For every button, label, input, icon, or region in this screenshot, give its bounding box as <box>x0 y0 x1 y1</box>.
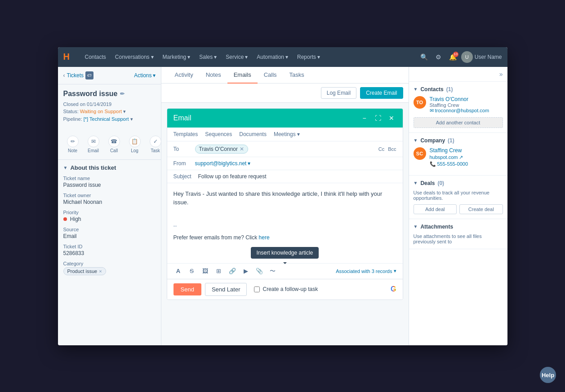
call-button[interactable]: ☎ Call <box>105 133 124 156</box>
email-body[interactable]: Hey Travis - Just wanted to share this k… <box>167 183 403 219</box>
search-icon[interactable]: 🔍 <box>418 51 431 63</box>
subject-value[interactable]: Follow up on feature request <box>198 173 267 180</box>
note-label: Note <box>68 148 77 153</box>
expand-button[interactable]: ⛶ <box>373 113 383 123</box>
contact-avatar: TO <box>414 96 426 109</box>
video-button[interactable]: ▶ <box>241 266 251 276</box>
right-panel-header: » <box>409 67 507 82</box>
close-compose-button[interactable]: ✕ <box>387 113 396 123</box>
ticket-closed-date: Closed on 01/14/2019 <box>63 101 156 107</box>
follow-up-task-checkbox[interactable]: Create a follow-up task <box>254 286 318 292</box>
nav-contacts[interactable]: Contacts <box>81 52 110 62</box>
ticket-icon: 🏷 <box>85 71 93 79</box>
send-button[interactable]: Send <box>174 283 201 295</box>
pipeline-link[interactable]: [*] Technical Support <box>84 116 129 122</box>
attachment-button[interactable]: 📎 <box>254 266 264 276</box>
source-label: Source <box>63 227 156 232</box>
nav-automation[interactable]: Automation ▾ <box>253 52 292 62</box>
attachments-section-header[interactable]: ▼ Attachments <box>414 224 503 230</box>
notifications-icon[interactable]: 🔔 10 <box>447 51 459 63</box>
email-button[interactable]: ✉ Email <box>84 133 103 156</box>
avatar[interactable]: U <box>461 51 473 63</box>
deals-section-label: Deals <box>420 180 435 186</box>
company-name[interactable]: Staffing Crew <box>430 147 468 154</box>
contact-name[interactable]: Travis O'Connor <box>430 96 503 102</box>
deals-empty-text: Use deals to track all your revenue oppo… <box>414 190 503 201</box>
back-arrow[interactable]: ‹ <box>63 72 65 79</box>
about-section-header[interactable]: ▼ About this ticket <box>63 164 156 171</box>
add-deal-button[interactable]: Add deal <box>414 204 457 214</box>
meetings-button[interactable]: Meetings ▾ <box>274 131 300 137</box>
minimize-button[interactable]: − <box>360 113 369 123</box>
company-info: Staffing Crew hubspot.com ↗ 📞 555-555-00… <box>430 147 468 167</box>
edit-title-icon[interactable]: ✏ <box>120 91 125 97</box>
note-button[interactable]: ✏ Note <box>63 133 82 156</box>
deals-section-header[interactable]: ▼ Deals (0) <box>414 180 503 186</box>
username[interactable]: User Name <box>475 54 502 60</box>
tab-activity[interactable]: Activity <box>169 67 200 84</box>
bcc-button[interactable]: Bcc <box>388 146 396 152</box>
associated-records[interactable]: Associated with 3 records ▾ <box>336 268 396 274</box>
nav-reports[interactable]: Reports ▾ <box>294 52 324 62</box>
notification-badge: 10 <box>453 52 458 57</box>
follow-up-label: Create a follow-up task <box>262 286 318 292</box>
tag-remove-icon[interactable]: × <box>99 269 102 274</box>
ticket-id-label: Ticket ID <box>63 244 156 249</box>
tab-emails[interactable]: Emails <box>227 67 258 84</box>
bold-button[interactable]: A <box>174 266 183 276</box>
deals-toggle-icon: ▼ <box>414 181 418 185</box>
contact-company: Staffing Crew <box>430 102 503 108</box>
task-icon: ✓ <box>150 136 161 147</box>
contact-info: Travis O'Connor Staffing Crew ✉ troconno… <box>430 96 503 114</box>
link-button[interactable]: 🔗 <box>227 266 237 276</box>
ticket-owner-value: Michael Noonan <box>63 199 156 205</box>
contacts-section-header[interactable]: ▼ Contacts (1) <box>414 86 503 92</box>
source-value: Email <box>63 233 156 239</box>
unsubscribe-link[interactable]: here <box>259 234 270 241</box>
nav-conversations[interactable]: Conversations ▾ <box>111 52 157 62</box>
right-panel: » ▼ Contacts (1) TO Travis O'Connor Staf… <box>409 67 507 345</box>
log-button[interactable]: 📋 Log <box>125 133 144 156</box>
task-button[interactable]: ✓ Task <box>146 133 161 156</box>
table-button[interactable]: ⊞ <box>214 266 224 276</box>
about-toggle-icon: ▼ <box>63 165 68 170</box>
company-section-header[interactable]: ▼ Company (1) <box>414 137 503 144</box>
breadcrumb-tickets[interactable]: Tickets <box>67 72 84 79</box>
contact-email[interactable]: ✉ troconnor@hubspot.com <box>430 108 503 114</box>
to-contact-remove[interactable]: ✕ <box>240 146 244 152</box>
company-phone[interactable]: 📞 555-555-0000 <box>430 161 468 167</box>
from-address[interactable]: support@biglytics.net ▾ <box>195 160 251 167</box>
sequences-button[interactable]: Sequences <box>205 131 232 137</box>
cc-button[interactable]: Cc <box>378 146 384 152</box>
follow-up-checkbox-input[interactable] <box>254 286 260 292</box>
collapse-right-panel-button[interactable]: » <box>499 70 503 78</box>
nav-marketing[interactable]: Marketing ▾ <box>159 52 194 62</box>
to-field-row: To Travis O'Connor ✕ Cc Bcc <box>167 141 403 157</box>
log-email-button[interactable]: Log Email <box>321 87 356 99</box>
documents-button[interactable]: Documents <box>239 131 267 137</box>
ka-tooltip-container: Insert knowledge article <box>167 242 403 263</box>
actions-button[interactable]: Actions ▾ <box>134 72 155 79</box>
insert-knowledge-article-tooltip[interactable]: Insert knowledge article <box>251 247 318 259</box>
send-later-button[interactable]: Send Later <box>205 283 247 296</box>
nav-sales[interactable]: Sales ▾ <box>196 52 220 62</box>
settings-icon[interactable]: ⚙ <box>432 51 445 63</box>
signature-button[interactable]: 〜 <box>268 266 278 276</box>
left-panel-header: ‹ Tickets 🏷 Actions ▾ <box>58 67 161 84</box>
hubspot-logo[interactable]: H <box>63 52 76 62</box>
tab-notes[interactable]: Notes <box>200 67 227 84</box>
nav-service[interactable]: Service ▾ <box>222 52 251 62</box>
image-button[interactable]: 🖼 <box>200 266 210 276</box>
company-website[interactable]: hubspot.com ↗ <box>430 154 468 160</box>
app-window: H Contacts Conversations ▾ Marketing ▾ S… <box>58 47 507 345</box>
strikethrough-button[interactable]: S <box>187 266 197 276</box>
tab-calls[interactable]: Calls <box>258 67 283 84</box>
templates-button[interactable]: Templates <box>174 131 198 137</box>
create-email-button[interactable]: Create Email <box>360 87 403 99</box>
tab-tasks[interactable]: Tasks <box>283 67 311 84</box>
add-contact-button[interactable]: Add another contact <box>414 117 503 128</box>
contacts-section-label: Contacts <box>420 86 443 92</box>
field-category: Category Product issue × <box>63 261 156 275</box>
create-deal-button[interactable]: Create deal <box>459 204 503 214</box>
status-link[interactable]: Waiting on Support <box>80 109 122 114</box>
